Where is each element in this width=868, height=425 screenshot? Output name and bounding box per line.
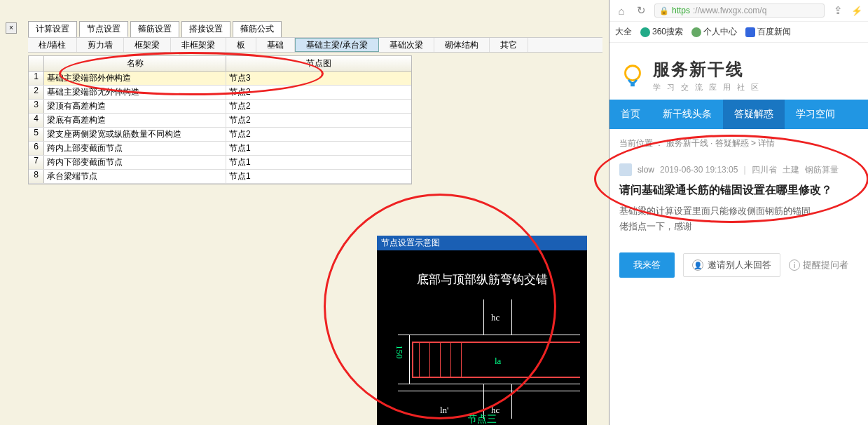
nav-qa[interactable]: 答疑解惑 [723,100,785,129]
post-meta: slow 2019-06-30 19:13:05 | 四川省 土建 钢筋算量 [619,163,858,176]
close-icon[interactable]: × [6,22,17,34]
diagram-window: 节点设置示意图 底部与顶部纵筋弯钩交错 hc [377,236,587,425]
table-row[interactable]: 1 基础主梁端部外伸构造 节点3 [29,72,411,86]
bookmark-icon [745,27,755,37]
logo-sub-text: 学 习 交 流 应 用 社 区 [653,82,761,93]
post-cat2: 钢筋算量 [805,164,839,176]
subtab-foundation[interactable]: 基础 [256,38,295,52]
subtab-slab[interactable]: 板 [226,38,256,52]
diagram-line [398,335,580,335]
breadcrumb: 当前位置 ： 服务新干线 · 答疑解惑 > 详情 [609,129,868,158]
breadcrumb-link[interactable]: 服务新干线 [666,138,708,148]
post-body-l2: 佬指点一下，感谢 [619,221,692,231]
diagram-rebar [412,342,413,378]
bookmark-label: 360搜索 [652,26,683,38]
row-img: 节点2 [226,86,411,99]
bookmark-dq[interactable]: 大全 [615,26,632,38]
row-img: 节点1 [226,156,411,169]
diagram-label-hc: hc [491,312,500,323]
table-row[interactable]: 5 梁支座两侧梁宽或纵筋数量不同构造 节点2 [29,128,411,142]
diagram-label-150: 150 [394,345,405,359]
url-host: ://www.fwxgx.com/q [693,6,766,15]
table-row[interactable]: 4 梁底有高差构造 节点2 [29,114,411,128]
table-row[interactable]: 6 跨内上部变截面节点 节点1 [29,142,411,156]
nav-headlines[interactable]: 新干线头条 [652,100,723,129]
post-cat1: 土建 [783,164,799,176]
row-num: 8 [29,170,44,183]
diagram-stirrup [461,342,462,378]
browser-toolbar: ⌂ ↻ 🔒 https://www.fwxgx.com/q ⇪ ⚡ [609,0,868,22]
row-name: 基础主梁端部无外伸构造 [44,86,226,99]
row-name: 基础主梁端部外伸构造 [44,72,226,85]
diagram-stirrup [429,342,430,378]
row-num: 6 [29,142,44,155]
table-row[interactable]: 7 跨内下部变截面节点 节点1 [29,156,411,170]
subtab-sec-beam[interactable]: 基础次梁 [379,38,434,52]
row-name: 梁底有高差构造 [44,114,226,127]
tab-stirrup[interactable]: 箍筋设置 [130,21,179,37]
bookmark-label: 百度新闻 [757,26,791,38]
subtab-column[interactable]: 柱/墙柱 [28,38,77,52]
row-name: 梁顶有高差构造 [44,100,226,113]
bookmark-360[interactable]: 360搜索 [640,26,683,38]
row-num: 2 [29,86,44,99]
nav-study[interactable]: 学习空间 [785,100,846,129]
avatar[interactable] [619,163,632,176]
bookmark-personal[interactable]: 个人中心 [691,26,737,38]
row-img: 节点3 [226,72,411,85]
row-name: 跨内下部变截面节点 [44,156,226,169]
bookmark-label: 个人中心 [703,26,737,38]
table-row[interactable]: 8 承台梁端节点 节点1 [29,170,411,184]
refresh-icon[interactable]: ↻ [635,4,647,17]
logo-text-block: 服务新干线 学 习 交 流 应 用 社 区 [653,58,761,93]
tab-node[interactable]: 节点设置 [79,21,128,37]
remind-button[interactable]: i 提醒提问者 [789,259,848,271]
info-icon: i [789,259,800,271]
subtab-masonry[interactable]: 砌体结构 [434,38,490,52]
tab-lap[interactable]: 搭接设置 [181,21,230,37]
subtab-framebeam[interactable]: 框架梁 [124,38,171,52]
diagram-line [398,391,580,391]
row-num: 5 [29,128,44,141]
table-row[interactable]: 3 梁顶有高差构造 节点2 [29,100,411,114]
diagram-title: 节点设置示意图 [377,236,587,250]
left-gutter [0,0,25,425]
share-icon[interactable]: ⇪ [832,4,844,17]
invite-button[interactable]: 👤 邀请别人来回答 [683,253,780,277]
tab-calc[interactable]: 计算设置 [28,21,77,37]
breadcrumb-prefix: 当前位置 ： [619,138,663,148]
row-img: 节点2 [226,100,411,113]
sub-tabs: 柱/墙柱 剪力墙 框架梁 非框架梁 板 基础 基础主梁/承台梁 基础次梁 砌体结… [28,37,602,53]
invite-label: 邀请别人来回答 [708,259,771,271]
table-row[interactable]: 2 基础主梁端部无外伸构造 节点2 [29,86,411,100]
bookmark-icon [691,27,701,37]
answer-button[interactable]: 我来答 [619,252,675,278]
lock-icon: 🔒 [659,6,669,15]
row-num: 4 [29,114,44,127]
bookmark-baidu[interactable]: 百度新闻 [745,26,791,38]
subtab-nonframe[interactable]: 非框架梁 [171,38,226,52]
home-icon[interactable]: ⌂ [615,4,628,17]
subtab-found-beam[interactable]: 基础主梁/承台梁 [295,38,378,52]
row-img: 节点1 [226,170,411,183]
subtab-shearwall[interactable]: 剪力墙 [77,38,124,52]
diagram-line [409,335,410,384]
logo-main-text: 服务新干线 [653,58,761,81]
svg-rect-1 [631,82,635,86]
subtab-other[interactable]: 其它 [490,38,528,52]
post-author[interactable]: slow [638,165,654,175]
browser-panel: ⌂ ↻ 🔒 https://www.fwxgx.com/q ⇪ ⚡ 大全 360… [609,0,868,425]
address-bar[interactable]: 🔒 https://www.fwxgx.com/q [654,4,825,18]
row-name: 承台梁端节点 [44,170,226,183]
post-title: 请问基础梁通长筋的锚固设置在哪里修改？ [619,183,858,198]
url-scheme: https [672,6,690,15]
breadcrumb-link[interactable]: 答疑解惑 [715,138,749,148]
post-region: 四川省 [752,164,777,176]
row-img: 节点2 [226,128,411,141]
nav-home[interactable]: 首页 [609,100,652,129]
lightning-icon[interactable]: ⚡ [851,6,862,16]
tab-formula[interactable]: 箍筋公式 [233,21,282,37]
diagram-canvas: 底部与顶部纵筋弯钩交错 hc hc ln' [377,250,587,425]
node-table: 名称 节点图 1 基础主梁端部外伸构造 节点3 2 基础主梁端部无外伸构造 节点… [28,55,412,184]
remind-label: 提醒提问者 [803,259,848,271]
